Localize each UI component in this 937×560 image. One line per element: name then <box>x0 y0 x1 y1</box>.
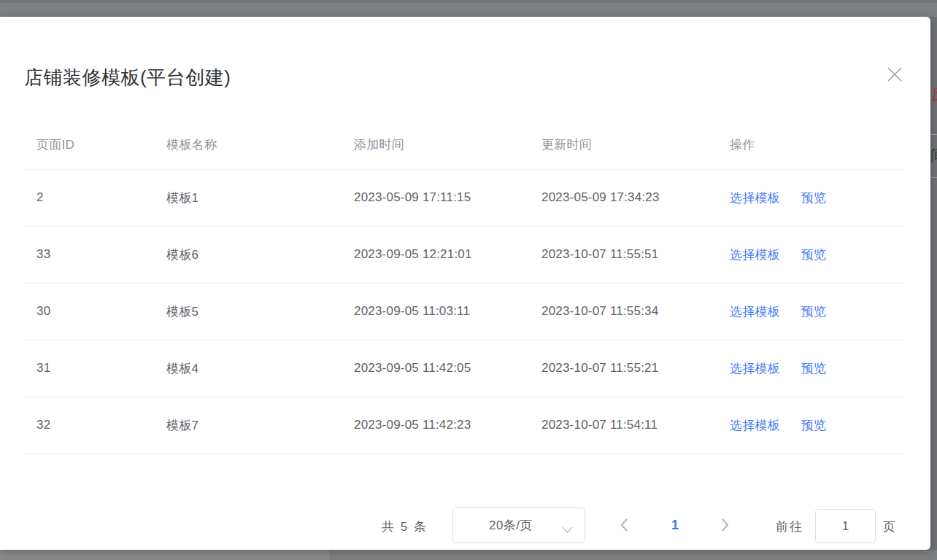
dimmed-background-top-edge <box>0 0 937 3</box>
column-header-actions: 操作 <box>717 128 905 169</box>
background-divider-fragment <box>930 134 937 135</box>
cell-updated-time: 2023-10-07 11:55:34 <box>528 283 717 340</box>
select-template-link[interactable]: 选择模板 <box>730 305 780 319</box>
cell-added-time: 2023-05-09 17:11:15 <box>341 169 528 226</box>
page-number-current[interactable]: 1 <box>660 518 690 533</box>
preview-link[interactable]: 预览 <box>801 248 826 262</box>
cell-name: 模板7 <box>153 397 341 454</box>
preview-link[interactable]: 预览 <box>801 305 826 319</box>
cell-added-time: 2023-09-05 11:03:11 <box>341 283 528 340</box>
cell-actions: 选择模板 预览 <box>717 397 905 454</box>
dimmed-background-bottom-left <box>0 550 331 560</box>
column-header-updated-time: 更新时间 <box>528 128 717 169</box>
table-row: 33 模板6 2023-09-05 12:21:01 2023-10-07 11… <box>23 226 905 283</box>
cell-page-id: 33 <box>23 226 153 283</box>
select-template-link[interactable]: 选择模板 <box>730 248 780 262</box>
cell-added-time: 2023-09-05 11:42:05 <box>341 340 528 397</box>
cell-name: 模板5 <box>153 283 341 340</box>
column-header-added-time: 添加时间 <box>341 128 528 169</box>
table-row: 30 模板5 2023-09-05 11:03:11 2023-10-07 11… <box>23 283 905 340</box>
cell-added-time: 2023-09-05 12:21:01 <box>341 226 528 283</box>
table-row: 31 模板4 2023-09-05 11:42:05 2023-10-07 11… <box>23 340 905 397</box>
preview-link[interactable]: 预览 <box>801 419 826 432</box>
page-size-select[interactable]: 20条/页 <box>452 508 585 543</box>
cell-updated-time: 2023-05-09 17:34:23 <box>528 169 717 226</box>
cell-added-time: 2023-09-05 11:42:23 <box>341 397 528 454</box>
background-red-text-fragment: 反 <box>931 86 937 101</box>
table-row: 32 模板7 2023-09-05 11:42:23 2023-10-07 11… <box>23 397 905 454</box>
select-template-link[interactable]: 选择模板 <box>730 419 780 432</box>
cell-name: 模板6 <box>153 226 341 283</box>
cell-page-id: 2 <box>23 169 153 226</box>
dimmed-background-right: 反 间 <box>930 17 937 550</box>
next-page-button[interactable] <box>715 516 734 534</box>
cell-page-id: 30 <box>23 283 153 340</box>
templates-table: 页面ID 模板名称 添加时间 更新时间 操作 2 模板1 2023-05-09 … <box>23 128 905 454</box>
select-template-link[interactable]: 选择模板 <box>730 191 780 205</box>
cell-actions: 选择模板 预览 <box>717 283 905 340</box>
cell-updated-time: 2023-10-07 11:55:51 <box>528 226 717 283</box>
cell-name: 模板4 <box>153 340 341 397</box>
column-header-page-id: 页面ID <box>23 128 153 169</box>
select-template-link[interactable]: 选择模板 <box>730 362 780 376</box>
chevron-down-icon <box>562 523 573 537</box>
cell-page-id: 32 <box>23 397 153 454</box>
pagination-total: 共 5 条 <box>382 518 428 535</box>
cell-page-id: 31 <box>23 340 153 397</box>
background-text-fragment: 间 <box>930 147 937 163</box>
goto-page-label: 前往 <box>776 518 803 535</box>
preview-link[interactable]: 预览 <box>801 191 826 205</box>
cell-name: 模板1 <box>153 169 341 226</box>
cell-actions: 选择模板 预览 <box>717 340 905 397</box>
cell-actions: 选择模板 预览 <box>717 226 905 283</box>
cell-updated-time: 2023-10-07 11:55:21 <box>528 340 717 397</box>
close-icon[interactable] <box>885 65 904 84</box>
template-dialog: 店铺装修模板(平台创建) 页面ID 模板名称 添加时间 更新时间 操作 2 模板… <box>0 17 930 550</box>
column-header-name: 模板名称 <box>153 128 341 169</box>
page-size-value: 20条/页 <box>489 517 533 534</box>
preview-link[interactable]: 预览 <box>801 362 826 376</box>
goto-page-input[interactable] <box>815 509 876 543</box>
cell-actions: 选择模板 预览 <box>717 169 905 226</box>
dialog-title: 店铺装修模板(平台创建) <box>24 65 231 90</box>
goto-page-suffix: 页 <box>883 518 895 535</box>
table-header-row: 页面ID 模板名称 添加时间 更新时间 操作 <box>23 128 905 169</box>
prev-page-button[interactable] <box>615 516 634 534</box>
cell-updated-time: 2023-10-07 11:54:11 <box>528 397 717 454</box>
background-divider-fragment <box>930 177 937 178</box>
table-row: 2 模板1 2023-05-09 17:11:15 2023-05-09 17:… <box>23 169 905 226</box>
